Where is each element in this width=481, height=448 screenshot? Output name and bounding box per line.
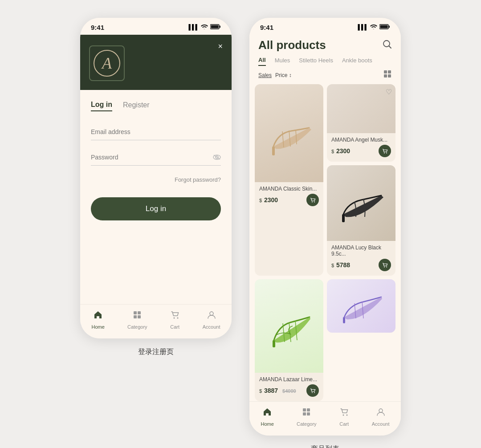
tab-all[interactable]: All <box>258 57 266 66</box>
green-shoe-img <box>266 304 313 348</box>
login-button[interactable]: Log in <box>91 197 221 220</box>
filter-sales[interactable]: Sales <box>258 72 272 78</box>
product-name-1: AMANDA Classic Skin... <box>259 186 319 192</box>
nav-cart-login[interactable]: Cart <box>170 310 180 330</box>
product-info-1: AMANDA Classic Skin... $ 2300 <box>255 182 323 211</box>
svg-rect-14 <box>389 26 390 28</box>
tab-mules[interactable]: Mules <box>275 57 290 66</box>
signal-icon-products: ▌▌▌ <box>358 24 368 30</box>
product-price-row-4: $ 5788 <box>331 259 391 271</box>
cart-icon <box>170 310 180 322</box>
nav-account-login[interactable]: Account <box>203 310 220 330</box>
svg-rect-44 <box>303 412 306 415</box>
password-wrapper <box>91 149 221 166</box>
add-cart-button-4[interactable] <box>379 259 391 271</box>
email-field[interactable] <box>91 124 221 140</box>
nav-account-label-products: Account <box>372 421 390 427</box>
filter-row: Sales Price ↕ <box>249 66 401 84</box>
product-price-4: $ 5788 <box>331 261 350 269</box>
signal-icon-login: ▌▌▌ <box>188 24 199 30</box>
password-eye-icon[interactable] <box>213 154 221 162</box>
product-price-3: $ 3887 $4000 <box>259 387 296 394</box>
lavender-shoe-img <box>339 288 383 324</box>
heart-button-2[interactable]: ♡ <box>386 88 392 96</box>
product-name-3: AMANDA Lazaar Lime... <box>259 376 319 383</box>
svg-point-27 <box>314 202 315 203</box>
products-phone-label: 商品列表 <box>311 444 339 448</box>
tab-login[interactable]: Log in <box>91 101 112 111</box>
svg-point-28 <box>384 153 385 154</box>
product-card-2[interactable]: ♡ AMANDA Angel Musk... $ 2300 <box>327 84 395 162</box>
grid-toggle-button[interactable] <box>383 69 392 81</box>
bottom-nav-products: Home Category Cart <box>249 401 401 436</box>
tab-stiletto[interactable]: Stiletto Heels <box>299 57 333 66</box>
cart-icon-products <box>339 407 349 419</box>
products-title: All products <box>258 38 326 52</box>
forgot-password-link[interactable]: Forgot password? <box>91 176 221 183</box>
email-input-group <box>91 124 221 140</box>
nav-category-login[interactable]: Category <box>127 310 147 330</box>
battery-icon-products <box>379 23 390 31</box>
filter-price[interactable]: Price ↕ <box>275 72 292 78</box>
product-name-2: AMANDA Angel Musk... <box>331 137 391 143</box>
logo-box: A <box>89 45 125 81</box>
product-card-3[interactable]: ♡ <box>255 279 323 401</box>
svg-rect-42 <box>303 408 306 411</box>
status-icons-login: ▌▌▌ <box>188 23 221 31</box>
wifi-icon-products <box>370 23 377 31</box>
nav-home-products[interactable]: Home <box>261 407 274 427</box>
tab-register[interactable]: Register <box>123 101 150 111</box>
auth-tabs: Log in Register <box>91 101 221 111</box>
nav-category-label-products: Category <box>297 421 317 427</box>
nav-category-products[interactable]: Category <box>297 407 317 427</box>
search-button[interactable] <box>382 39 392 51</box>
product-price-1: $ 2300 <box>259 196 278 204</box>
tab-ankle[interactable]: Ankle boots <box>342 57 372 66</box>
svg-rect-33 <box>273 340 275 347</box>
svg-rect-7 <box>138 311 141 314</box>
svg-point-37 <box>312 392 313 393</box>
account-icon-products <box>376 407 386 419</box>
nav-cart-products[interactable]: Cart <box>339 407 349 427</box>
product-card-5[interactable]: ♡ <box>327 279 395 333</box>
close-button[interactable]: × <box>218 42 223 51</box>
add-cart-button-3[interactable] <box>306 384 319 397</box>
product-price-row-1: $ 2300 <box>259 194 319 206</box>
products-header: All products <box>249 35 401 52</box>
category-icon-products <box>302 407 311 419</box>
product-card-4[interactable]: AMANDA Lucy Black 9.5c... $ 5788 <box>327 165 395 276</box>
login-body: Log in Register <box>80 90 232 262</box>
product-card-1[interactable]: AMANDA Classic Skin... $ 2300 <box>255 84 323 276</box>
product-name-4: AMANDA Lucy Black 9.5c... <box>331 244 391 257</box>
svg-rect-8 <box>134 315 137 318</box>
login-screen: A × Log in Register <box>80 35 232 338</box>
spacer <box>80 262 232 304</box>
svg-rect-22 <box>272 147 275 155</box>
product-info-3: AMANDA Lazaar Lime... $ 3887 $4000 <box>255 373 323 401</box>
svg-rect-6 <box>134 311 137 314</box>
phones-container: 9:41 ▌▌▌ A × <box>80 18 401 448</box>
nav-account-label-login: Account <box>203 324 220 330</box>
nav-home-login[interactable]: Home <box>92 310 105 330</box>
nav-cart-label-login: Cart <box>170 324 179 330</box>
svg-point-12 <box>210 312 213 315</box>
category-icon <box>132 310 142 322</box>
product-info-4: AMANDA Lucy Black 9.5c... $ 5788 <box>327 241 395 276</box>
svg-point-32 <box>386 267 387 268</box>
battery-icon-login <box>210 23 221 31</box>
beige-shoe-img <box>265 111 314 155</box>
add-cart-button-2[interactable] <box>379 145 391 157</box>
products-phone: 9:41 ▌▌▌ All products <box>249 18 401 436</box>
svg-rect-39 <box>343 317 345 323</box>
password-field[interactable] <box>91 149 221 166</box>
bottom-nav-login: Home Category Cart <box>80 304 232 338</box>
nav-cart-label-products: Cart <box>339 421 349 427</box>
nav-account-products[interactable]: Account <box>372 407 390 427</box>
products-screen: All products All Mules Stiletto Heels An… <box>249 35 401 436</box>
product-price-row-3: $ 3887 $4000 <box>259 384 319 397</box>
login-header: A × <box>80 35 232 90</box>
svg-point-29 <box>386 153 387 154</box>
status-bar-login: 9:41 ▌▌▌ <box>80 18 232 35</box>
add-cart-button-1[interactable] <box>306 194 319 206</box>
svg-rect-45 <box>307 412 310 415</box>
